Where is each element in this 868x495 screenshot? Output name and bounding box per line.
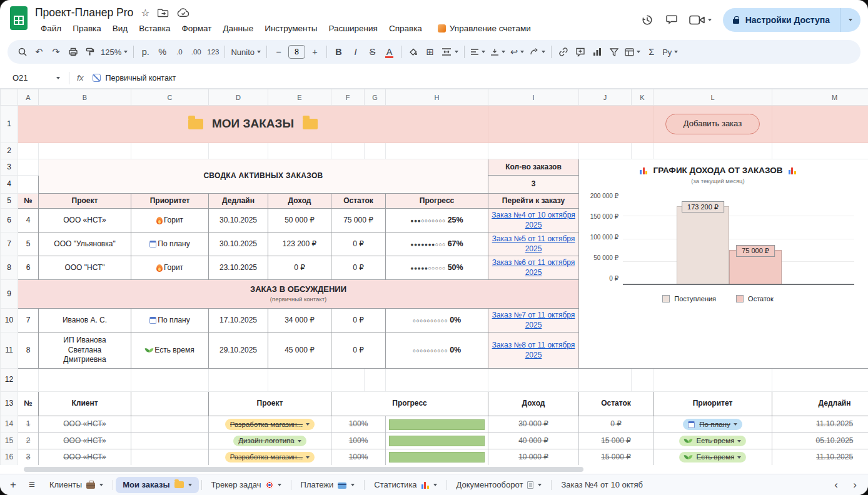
name-box[interactable]: O21 bbox=[6, 73, 65, 82]
empty-cell[interactable] bbox=[488, 106, 654, 143]
empty-cell[interactable] bbox=[39, 143, 131, 159]
horizontal-scrollbar[interactable] bbox=[0, 465, 868, 474]
menu-format[interactable]: Формат bbox=[176, 22, 217, 35]
cell[interactable]: 17.10.2025 bbox=[209, 309, 268, 332]
column-header[interactable]: J bbox=[579, 89, 632, 106]
sheet-tab-payments[interactable]: Платежи bbox=[294, 477, 362, 493]
summary-header-project[interactable]: Проект bbox=[39, 194, 131, 209]
column-header[interactable]: G bbox=[365, 89, 386, 106]
orders-header-balance[interactable]: Остаток bbox=[579, 392, 654, 416]
cell[interactable]: 40 000 ₽ bbox=[488, 433, 579, 449]
empty-cell[interactable] bbox=[131, 433, 209, 449]
formula-input[interactable]: Первичный контакт bbox=[106, 74, 176, 82]
orders-header-num[interactable]: № bbox=[18, 392, 39, 416]
progress-cell[interactable]: ●●●●●○○○○○50% bbox=[386, 256, 488, 280]
cell[interactable]: 100% bbox=[331, 433, 386, 449]
menu-extensions[interactable]: Расширения bbox=[323, 22, 383, 35]
cell[interactable]: 30.10.2025 bbox=[209, 209, 268, 232]
order-link[interactable]: Заказ №7 от 11 октября 2025 bbox=[490, 310, 577, 330]
cell[interactable]: 29.10.2025 bbox=[209, 332, 268, 369]
progress-cell[interactable]: ○○○○○○○○○○0% bbox=[386, 309, 488, 332]
decrease-decimals-button[interactable]: .0 bbox=[171, 44, 188, 61]
priority-cell[interactable]: По плану bbox=[131, 309, 209, 332]
empty-cell[interactable] bbox=[654, 143, 772, 159]
empty-cell[interactable] bbox=[772, 143, 868, 159]
cell[interactable] bbox=[131, 392, 209, 416]
priority-chip[interactable]: Есть время bbox=[679, 436, 747, 447]
cell[interactable]: 1 bbox=[18, 416, 39, 433]
progress-cell[interactable]: ●●●○○○○○○○25% bbox=[386, 209, 488, 232]
row-header[interactable]: 2 bbox=[1, 143, 18, 159]
row-header[interactable]: 4 bbox=[1, 176, 18, 194]
table-views-icon[interactable] bbox=[622, 44, 643, 61]
cell[interactable]: 4 bbox=[18, 209, 39, 232]
priority-cell[interactable]: Есть время bbox=[131, 332, 209, 369]
meet-icon[interactable] bbox=[689, 14, 712, 26]
cell[interactable]: 34 000 ₽ bbox=[268, 309, 331, 332]
empty-cell[interactable] bbox=[365, 369, 386, 392]
orders-header-priority[interactable]: Приоритет bbox=[654, 392, 772, 416]
sheet-tab-clients[interactable]: Клиенты bbox=[43, 477, 110, 493]
comments-icon[interactable] bbox=[665, 14, 678, 26]
horizontal-align-icon[interactable] bbox=[468, 44, 488, 61]
decrease-font-size-button[interactable]: − bbox=[270, 44, 287, 61]
empty-cell[interactable] bbox=[18, 143, 39, 159]
menu-help[interactable]: Справка bbox=[383, 22, 428, 35]
row-header[interactable]: 5 bbox=[1, 194, 18, 209]
row-header[interactable]: 8 bbox=[1, 256, 18, 280]
summary-header-balance[interactable]: Остаток bbox=[331, 194, 386, 209]
orders-banner[interactable]: МОИ ЗАКАЗЫ bbox=[18, 106, 488, 143]
menu-tools[interactable]: Инструменты bbox=[259, 22, 323, 35]
cell[interactable]: 50 000 ₽ bbox=[268, 209, 331, 232]
menu-data[interactable]: Данные bbox=[217, 22, 259, 35]
progress-cell[interactable]: ○○○○○○○○○○0% bbox=[386, 332, 488, 369]
cell[interactable]: 5 bbox=[18, 232, 39, 256]
priority-chip[interactable]: Есть время bbox=[679, 452, 747, 463]
column-header[interactable]: D bbox=[209, 89, 268, 106]
column-header[interactable]: K bbox=[632, 89, 654, 106]
empty-cell[interactable] bbox=[488, 143, 579, 159]
chart-cell[interactable]: ГРАФИК ДОХОДА ОТ ЗАКАЗОВ (за текущий мес… bbox=[579, 159, 868, 369]
cell[interactable]: 30.10.2025 bbox=[209, 232, 268, 256]
cell[interactable]: 0 ₽ bbox=[579, 416, 654, 433]
add-sheet-button[interactable]: + bbox=[5, 479, 21, 490]
cell[interactable]: 45 000 ₽ bbox=[268, 332, 331, 369]
filter-icon[interactable] bbox=[605, 44, 622, 61]
summary-title[interactable]: СВОДКА АКТИВНЫХ ЗАКАЗОВ bbox=[39, 159, 488, 194]
orders-header-income[interactable]: Доход bbox=[488, 392, 579, 416]
priority-chip[interactable]: По плану bbox=[683, 419, 742, 430]
percent-format-button[interactable]: % bbox=[154, 44, 171, 61]
income-chart[interactable]: ГРАФИК ДОХОДА ОТ ЗАКАЗОВ (за текущий мес… bbox=[582, 162, 854, 303]
print-icon[interactable] bbox=[64, 44, 81, 61]
sheets-logo[interactable] bbox=[10, 6, 28, 30]
cell[interactable]: 3 bbox=[18, 449, 39, 466]
cell[interactable]: 100% bbox=[331, 449, 386, 466]
empty-cell[interactable] bbox=[18, 159, 39, 176]
row-header[interactable]: 9 bbox=[1, 280, 18, 309]
order-link[interactable]: Заказ №4 от 10 октября 2025 bbox=[490, 210, 577, 230]
cell[interactable]: Заказ №4 от 10 октября 2025 bbox=[488, 209, 579, 232]
cell[interactable]: Разработка магазин... bbox=[209, 416, 331, 433]
cell[interactable]: Заказ №6 от 11 октября 2025 bbox=[488, 256, 579, 280]
cell[interactable]: 11.10.2025 bbox=[772, 416, 868, 433]
column-header[interactable]: L bbox=[654, 89, 772, 106]
empty-cell[interactable] bbox=[18, 369, 39, 392]
empty-cell[interactable] bbox=[632, 369, 654, 392]
empty-cell[interactable] bbox=[772, 369, 868, 392]
empty-cell[interactable] bbox=[39, 369, 131, 392]
priority-cell[interactable]: Горит bbox=[131, 256, 209, 280]
font-select[interactable]: Nunito bbox=[228, 44, 263, 61]
cell[interactable]: 123 200 ₽ bbox=[268, 232, 331, 256]
scroll-tabs-right-button[interactable]: › bbox=[847, 479, 863, 490]
empty-cell[interactable] bbox=[365, 143, 386, 159]
empty-cell[interactable] bbox=[488, 369, 579, 392]
insert-chart-icon[interactable] bbox=[588, 44, 605, 61]
column-header[interactable]: I bbox=[488, 89, 579, 106]
cell[interactable]: 0 ₽ bbox=[331, 256, 386, 280]
cell[interactable]: 0 ₽ bbox=[331, 332, 386, 369]
orders-header-progress[interactable]: Прогресс bbox=[331, 392, 488, 416]
cell[interactable]: ООО «НСТ» bbox=[39, 433, 131, 449]
empty-cell[interactable] bbox=[131, 143, 209, 159]
version-history-icon[interactable] bbox=[640, 13, 654, 27]
borders-icon[interactable]: ⊞ bbox=[421, 44, 438, 61]
